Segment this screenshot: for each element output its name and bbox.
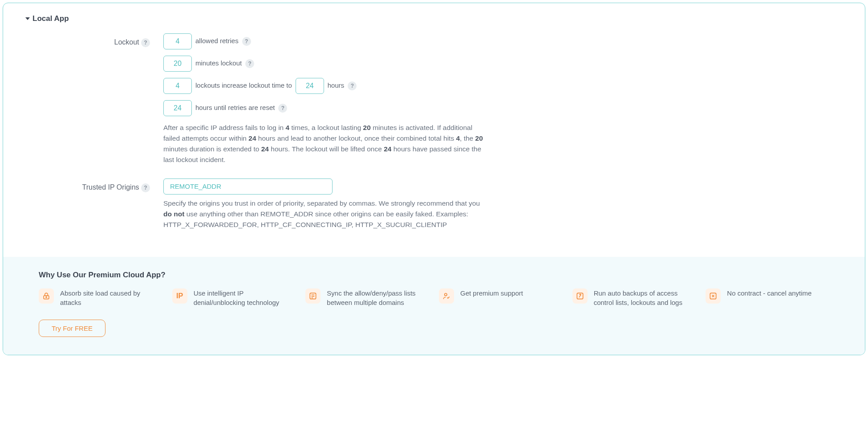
allowed-retries-input[interactable] — [163, 33, 192, 49]
trusted-label-wrap: Trusted IP Origins ? — [30, 178, 163, 193]
promo-section: Why Use Our Premium Cloud App? Absorb si… — [3, 257, 865, 355]
help-icon[interactable]: ? — [348, 81, 357, 90]
hours-reset-input[interactable] — [163, 100, 192, 116]
minutes-lockout-line: minutes lockout ? — [163, 56, 484, 72]
desc-text: use anything other than REMOTE_ADDR sinc… — [163, 210, 468, 228]
svg-point-1 — [46, 297, 47, 298]
desc-bold: 24 — [384, 145, 391, 153]
desc-bold: 24 — [248, 134, 256, 142]
promo-heading: Why Use Our Premium Cloud App? — [39, 269, 829, 281]
desc-bold: 20 — [475, 134, 483, 142]
hours-reset-text: hours until retries are reset — [195, 103, 275, 113]
help-icon[interactable]: ? — [141, 183, 150, 192]
desc-bold: do not — [163, 210, 184, 218]
caret-down-icon — [25, 17, 30, 20]
share-arrow-icon — [572, 288, 588, 304]
lockouts-increase-hours-input[interactable] — [296, 78, 324, 94]
help-icon[interactable]: ? — [278, 104, 287, 113]
desc-bold: 20 — [363, 124, 371, 131]
help-icon[interactable]: ? — [242, 37, 251, 46]
ip-icon: IP — [172, 288, 187, 304]
desc-text: minutes duration is extended to — [163, 145, 261, 153]
desc-bold: 4 — [286, 124, 290, 131]
settings-panel: Local App Lockout ? allowed retries ? mi… — [3, 3, 865, 355]
section-title: Local App — [32, 13, 69, 24]
allowed-retries-text: allowed retries — [195, 36, 239, 46]
feature-absorb-load: Absorb site load caused by attacks — [39, 288, 162, 307]
feature-text: Sync the allow/deny/pass lists between m… — [327, 288, 429, 307]
lockouts-increase-line: lockouts increase lockout time to hours … — [163, 78, 484, 94]
lockouts-increase-input[interactable] — [163, 78, 192, 94]
lockouts-increase-text-pre: lockouts increase lockout time to — [195, 81, 292, 91]
minutes-lockout-input[interactable] — [163, 56, 192, 72]
desc-text: After a specific IP address fails to log… — [163, 124, 286, 131]
desc-text: , the — [460, 134, 475, 142]
svg-point-6 — [445, 293, 447, 296]
hours-reset-line: hours until retries are reset ? — [163, 100, 484, 116]
user-check-icon — [439, 288, 454, 304]
trusted-body: Specify the origins you trust in order o… — [163, 178, 484, 230]
lock-icon — [39, 288, 54, 304]
feature-auto-backups: Run auto backups of access control lists… — [572, 288, 696, 307]
trusted-ip-input[interactable] — [163, 178, 333, 195]
desc-text: times, a lockout lasting — [289, 124, 363, 131]
desc-bold: 24 — [261, 145, 269, 153]
minutes-lockout-text: minutes lockout — [195, 58, 242, 69]
lockout-label-wrap: Lockout ? — [30, 33, 163, 48]
desc-text: hours and lead to another lockout, once … — [256, 134, 456, 142]
help-icon[interactable]: ? — [245, 59, 254, 68]
feature-text: No contract - cancel anytime — [727, 288, 811, 307]
allowed-retries-line: allowed retries ? — [163, 33, 484, 49]
feature-text: Get premium support — [460, 288, 523, 307]
desc-text: Specify the origins you trust in order o… — [163, 199, 480, 207]
feature-text: Run auto backups of access control lists… — [594, 288, 696, 307]
section-header-local-app[interactable]: Local App — [3, 3, 865, 29]
feature-no-contract: No contract - cancel anytime — [706, 288, 829, 307]
feature-intelligent-ip: IP Use intelligent IP denial/unblocking … — [172, 288, 296, 307]
lockout-description: After a specific IP address fails to log… — [163, 122, 484, 165]
feature-sync-lists: Sync the allow/deny/pass lists between m… — [305, 288, 429, 307]
trusted-description: Specify the origins you trust in order o… — [163, 198, 484, 230]
hours-text: hours — [328, 81, 345, 91]
help-icon[interactable]: ? — [141, 38, 150, 47]
desc-bold: 4 — [456, 134, 460, 142]
try-free-button[interactable]: Try For FREE — [39, 320, 105, 337]
feature-text: Use intelligent IP denial/unblocking tec… — [194, 288, 296, 307]
settings-body: Lockout ? allowed retries ? minutes lock… — [3, 29, 865, 257]
feature-premium-support: Get premium support — [439, 288, 563, 307]
list-icon — [305, 288, 320, 304]
cancel-icon — [706, 288, 721, 304]
feature-text: Absorb site load caused by attacks — [60, 288, 162, 307]
row-trusted-ip: Trusted IP Origins ? Specify the origins… — [30, 178, 838, 230]
row-lockout: Lockout ? allowed retries ? minutes lock… — [30, 33, 838, 165]
lockout-body: allowed retries ? minutes lockout ? lock… — [163, 33, 484, 165]
desc-text: hours. The lockout will be lifted once — [269, 145, 384, 153]
lockout-label: Lockout — [114, 38, 139, 46]
trusted-label: Trusted IP Origins — [82, 183, 139, 191]
feature-list: Absorb site load caused by attacks IP Us… — [39, 288, 829, 307]
